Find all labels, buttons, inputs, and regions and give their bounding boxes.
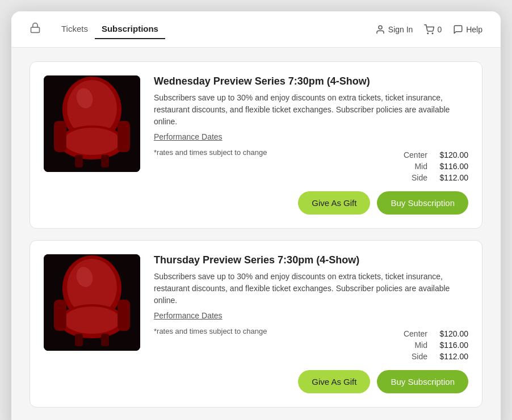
- svg-rect-22: [75, 334, 83, 346]
- subscription-card-wed: Wednesday Preview Series 7:30pm (4-Show)…: [30, 61, 482, 229]
- card-description-wed: Subscribers save up to 30% and enjoy dis…: [154, 92, 468, 128]
- header: Tickets Subscriptions Sign In 0: [11, 11, 501, 48]
- card-description-thu: Subscribers save up to 30% and enjoy dis…: [154, 271, 468, 306]
- pricing-section-wed: Center $120.00 Mid $116.00 Side $112.00: [404, 150, 468, 182]
- theater-seat-image-2: [44, 254, 140, 351]
- pricing-value-side-wed: $112.00: [434, 173, 468, 182]
- svg-rect-19: [54, 300, 66, 331]
- pricing-label-mid-wed: Mid: [414, 162, 427, 171]
- give-as-gift-button-wed[interactable]: Give As Gift: [298, 191, 370, 215]
- pricing-value-center-wed: $120.00: [434, 150, 468, 159]
- sign-in-button[interactable]: Sign In: [375, 24, 413, 35]
- pricing-item-thu-2: Side $112.00: [404, 352, 468, 361]
- rates-note-wed: *rates and times subject to change: [154, 148, 267, 157]
- pricing-value-center-thu: $120.00: [434, 329, 468, 338]
- pricing-value-side-thu: $112.00: [434, 352, 468, 361]
- pricing-item-wed-1: Mid $116.00: [404, 162, 468, 171]
- performance-dates-thu[interactable]: Performance Dates: [154, 311, 468, 320]
- lock-icon: [30, 22, 41, 36]
- pricing-item-wed-0: Center $120.00: [404, 150, 468, 159]
- tab-subscriptions[interactable]: Subscriptions: [95, 19, 165, 39]
- performance-dates-wed[interactable]: Performance Dates: [154, 132, 468, 141]
- help-label: Help: [466, 25, 482, 34]
- pricing-label-side-thu: Side: [412, 352, 427, 361]
- chat-icon: [453, 24, 463, 35]
- card-title-thu: Thursday Preview Series 7:30pm (4-Show): [154, 254, 468, 266]
- card-body-wed: Wednesday Preview Series 7:30pm (4-Show)…: [154, 75, 468, 215]
- actions-row-thu: Give As Gift Buy Subscription: [154, 370, 468, 393]
- nav-tabs: Tickets Subscriptions: [54, 19, 165, 39]
- svg-rect-10: [117, 121, 130, 152]
- cart-count: 0: [437, 25, 442, 34]
- svg-rect-23: [101, 334, 109, 346]
- tab-tickets[interactable]: Tickets: [54, 19, 95, 39]
- card-title-wed: Wednesday Preview Series 7:30pm (4-Show): [154, 75, 468, 87]
- pricing-item-thu-0: Center $120.00: [404, 329, 468, 338]
- theater-seat-image: [44, 75, 140, 172]
- svg-point-2: [427, 33, 429, 34]
- svg-rect-13: [101, 155, 109, 167]
- subscription-card-thu: Thursday Preview Series 7:30pm (4-Show) …: [30, 240, 482, 408]
- rates-and-pricing-wed: *rates and times subject to change Cente…: [154, 148, 468, 182]
- svg-rect-0: [31, 27, 40, 32]
- pricing-label-center-thu: Center: [404, 329, 427, 338]
- pricing-item-wed-2: Side $112.00: [404, 173, 468, 182]
- pricing-label-mid-thu: Mid: [414, 341, 427, 350]
- pricing-item-thu-1: Mid $116.00: [404, 341, 468, 350]
- rates-and-pricing-thu: *rates and times subject to change Cente…: [154, 327, 468, 361]
- cart-icon: [424, 24, 434, 35]
- app-window: Tickets Subscriptions Sign In 0: [11, 11, 501, 420]
- give-as-gift-button-thu[interactable]: Give As Gift: [298, 370, 370, 393]
- pricing-label-side-wed: Side: [412, 173, 427, 182]
- svg-point-18: [64, 306, 120, 334]
- pricing-value-mid-thu: $116.00: [434, 341, 468, 350]
- buy-subscription-button-thu[interactable]: Buy Subscription: [377, 370, 468, 393]
- help-button[interactable]: Help: [453, 24, 482, 35]
- person-icon: [375, 24, 385, 35]
- pricing-section-thu: Center $120.00 Mid $116.00 Side $112.00: [404, 329, 468, 361]
- header-right: Sign In 0 Help: [375, 24, 482, 35]
- card-body-thu: Thursday Preview Series 7:30pm (4-Show) …: [154, 254, 468, 393]
- svg-rect-12: [75, 155, 83, 167]
- main-content: Wednesday Preview Series 7:30pm (4-Show)…: [11, 48, 501, 420]
- svg-point-1: [379, 26, 382, 29]
- rates-note-thu: *rates and times subject to change: [154, 327, 267, 335]
- sign-in-label: Sign In: [388, 25, 413, 34]
- pricing-value-mid-wed: $116.00: [434, 162, 468, 171]
- svg-rect-9: [54, 121, 66, 152]
- svg-point-3: [433, 33, 434, 34]
- card-image-thu: [44, 254, 140, 351]
- svg-point-8: [64, 128, 120, 155]
- buy-subscription-button-wed[interactable]: Buy Subscription: [377, 191, 468, 215]
- actions-row-wed: Give As Gift Buy Subscription: [154, 191, 468, 215]
- cart-button[interactable]: 0: [424, 24, 442, 35]
- header-left: Tickets Subscriptions: [30, 19, 165, 39]
- pricing-label-center-wed: Center: [404, 150, 427, 159]
- card-image-wed: [44, 75, 140, 172]
- svg-rect-20: [117, 300, 130, 331]
